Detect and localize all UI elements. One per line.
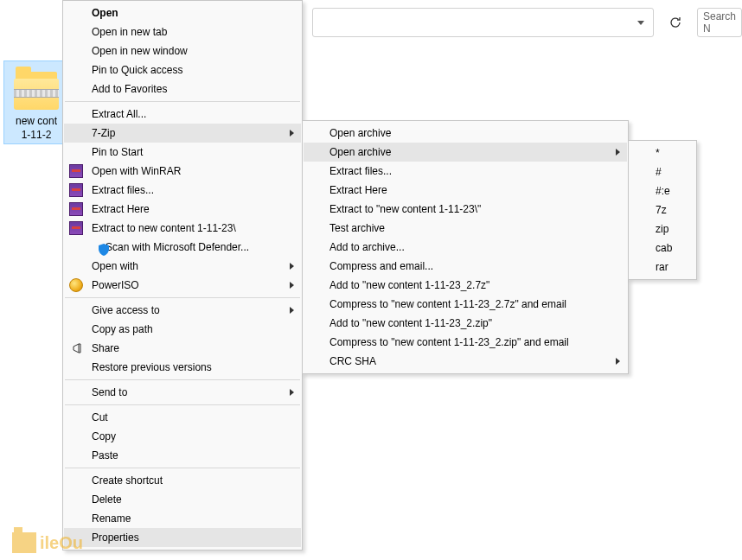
menu-separator (65, 468, 300, 468)
menu-winrar-extract-here[interactable]: Extract Here (64, 200, 301, 219)
submenu-test-archive[interactable]: Test archive (304, 219, 627, 238)
menu-send-to[interactable]: Send to (64, 383, 301, 402)
menu-separator (65, 404, 300, 405)
file-item-zip[interactable]: new cont 1-11-2 (3, 60, 69, 144)
menu-winrar-extract-to[interactable]: Extract to new content 1-11-23\ (64, 219, 301, 238)
submenu-compress-7z-email[interactable]: Compress to "new content 1-11-23_2.7z" a… (304, 295, 627, 314)
menu-copy-as-path[interactable]: Copy as path (64, 320, 301, 339)
watermark: ileOu (12, 532, 83, 553)
menu-pin-to-start[interactable]: Pin to Start (64, 143, 301, 162)
submenu-extract-to[interactable]: Extract to "new content 1-11-23\" (304, 200, 627, 219)
winrar-icon (69, 202, 83, 216)
submenu-arrow-icon (616, 149, 620, 156)
watermark-text: ileOu (40, 533, 83, 553)
winrar-icon (69, 221, 83, 235)
archive-type-7z[interactable]: 7z (630, 200, 695, 220)
submenu-add-to-7z[interactable]: Add to "new content 1-11-23_2.7z" (304, 276, 627, 295)
context-menu: Open Open in new tab Open in new window … (62, 0, 303, 550)
menu-delete[interactable]: Delete (64, 490, 301, 509)
menu-give-access[interactable]: Give access to (64, 301, 301, 320)
archive-type-zip[interactable]: zip (630, 220, 695, 239)
address-bar: Search N (312, 3, 742, 41)
submenu-open-archive-as[interactable]: Open archive (304, 143, 627, 162)
menu-cut[interactable]: Cut (64, 408, 301, 427)
share-icon (69, 341, 83, 355)
menu-open-new-window[interactable]: Open in new window (64, 41, 301, 60)
refresh-button[interactable] (661, 8, 690, 37)
archive-type-hash-e[interactable]: #:e (630, 181, 695, 200)
archive-type-cab[interactable]: cab (630, 239, 695, 258)
poweriso-icon (69, 278, 83, 292)
submenu-compress-zip-email[interactable]: Compress to "new content 1-11-23_2.zip" … (304, 333, 627, 352)
menu-rename[interactable]: Rename (64, 509, 301, 528)
submenu-arrow-icon (616, 358, 620, 365)
submenu-compress-email[interactable]: Compress and email... (304, 257, 627, 276)
winrar-icon (69, 183, 83, 197)
shield-icon (97, 243, 111, 257)
menu-separator (65, 297, 300, 298)
address-input[interactable] (312, 8, 654, 37)
winrar-icon (69, 164, 83, 178)
search-input[interactable]: Search N (697, 8, 742, 37)
menu-open[interactable]: Open (64, 3, 301, 22)
submenu-arrow-icon (290, 307, 294, 314)
archive-type-rar[interactable]: rar (630, 258, 695, 277)
menu-poweriso[interactable]: PowerISO (64, 276, 301, 295)
search-placeholder: Search N (703, 10, 741, 35)
submenu-arrow-icon (290, 130, 294, 137)
menu-open-new-tab[interactable]: Open in new tab (64, 22, 301, 41)
zip-folder-icon (14, 67, 59, 113)
menu-add-favorites[interactable]: Add to Favorites (64, 80, 301, 99)
submenu-crc-sha[interactable]: CRC SHA (304, 352, 627, 371)
menu-scan-defender[interactable]: Scan with Microsoft Defender... (64, 238, 301, 257)
menu-share[interactable]: Share (64, 339, 301, 358)
menu-copy[interactable]: Copy (64, 427, 301, 446)
menu-open-with[interactable]: Open with (64, 257, 301, 276)
refresh-icon (668, 16, 682, 29)
submenu-arrow-icon (290, 263, 294, 270)
menu-properties[interactable]: Properties (64, 528, 301, 547)
archive-type-hash[interactable]: # (630, 162, 695, 181)
sevenzip-submenu: Open archive Open archive Extract files.… (302, 120, 629, 374)
submenu-add-to-archive[interactable]: Add to archive... (304, 238, 627, 257)
file-label: new cont 1-11-2 (6, 115, 67, 142)
archive-type-submenu: * # #:e 7z zip cab rar (628, 140, 697, 280)
menu-open-winrar[interactable]: Open with WinRAR (64, 162, 301, 181)
watermark-icon (12, 532, 36, 553)
menu-separator (65, 101, 300, 102)
menu-7zip[interactable]: 7-Zip (64, 124, 301, 143)
submenu-arrow-icon (290, 389, 294, 396)
submenu-add-to-zip[interactable]: Add to "new content 1-11-23_2.zip" (304, 314, 627, 333)
menu-extract-all[interactable]: Extract All... (64, 105, 301, 124)
chevron-down-icon[interactable] (637, 21, 644, 25)
menu-restore-versions[interactable]: Restore previous versions (64, 358, 301, 377)
submenu-extract-here[interactable]: Extract Here (304, 181, 627, 200)
submenu-arrow-icon (290, 282, 294, 289)
menu-winrar-extract-files[interactable]: Extract files... (64, 181, 301, 200)
menu-paste[interactable]: Paste (64, 446, 301, 465)
menu-create-shortcut[interactable]: Create shortcut (64, 471, 301, 490)
menu-separator (65, 379, 300, 380)
submenu-open-archive[interactable]: Open archive (304, 124, 627, 143)
archive-type-star[interactable]: * (630, 143, 695, 162)
menu-pin-quick-access[interactable]: Pin to Quick access (64, 60, 301, 80)
submenu-extract-files[interactable]: Extract files... (304, 162, 627, 181)
